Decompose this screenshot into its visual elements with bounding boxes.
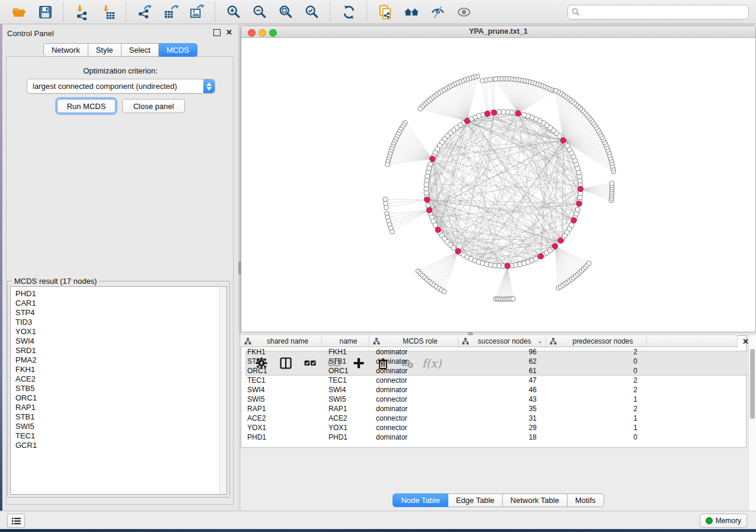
tab-select[interactable]: Select xyxy=(122,43,159,57)
graph-hub-node[interactable] xyxy=(492,110,497,115)
graph-leaf-node[interactable] xyxy=(586,261,591,265)
graph-hub-node[interactable] xyxy=(484,111,490,116)
zoom-in-icon[interactable] xyxy=(225,3,243,21)
hide-selected-icon[interactable] xyxy=(429,3,446,21)
column-header-shared-name[interactable]: shared name xyxy=(241,335,322,347)
graph-node[interactable] xyxy=(522,113,527,117)
mcds-result-item[interactable]: PHD1 xyxy=(15,289,37,299)
task-history-button[interactable] xyxy=(7,514,25,528)
mcds-result-item[interactable]: SWI5 xyxy=(15,422,37,431)
mcds-result-item[interactable]: STB1 xyxy=(15,412,37,422)
mcds-list-scrollbar[interactable] xyxy=(219,287,227,494)
graph-hub-node[interactable] xyxy=(505,263,510,268)
graph-hub-node[interactable] xyxy=(515,111,521,116)
table-row[interactable]: RAP1RAP1dominator352 xyxy=(241,404,647,414)
graph-hub-node[interactable] xyxy=(426,207,432,213)
table-row[interactable]: ORC1ORC1dominator610 xyxy=(241,366,647,376)
table-row[interactable]: TEC1TEC1connector472 xyxy=(241,376,647,385)
close-panel-button[interactable]: Close panel xyxy=(122,99,185,113)
tab-motifs[interactable]: Motifs xyxy=(567,493,604,507)
graph-hub-node[interactable] xyxy=(560,138,566,143)
graph-hub-node[interactable] xyxy=(558,238,563,243)
mcds-result-item[interactable]: CAR1 xyxy=(15,299,37,308)
graph-node[interactable] xyxy=(451,245,456,250)
mcds-result-item[interactable]: ORC1 xyxy=(15,393,37,403)
graph-leaf-node[interactable] xyxy=(442,289,446,294)
mcds-result-item[interactable]: STP4 xyxy=(15,308,37,318)
graph-hub-node[interactable] xyxy=(455,249,461,254)
table-row[interactable]: ACE2ACE2connector311 xyxy=(241,414,647,423)
graph-leaf-node[interactable] xyxy=(384,205,389,210)
tab-network[interactable]: Network xyxy=(43,43,88,57)
mcds-result-item[interactable]: TEC1 xyxy=(15,431,37,441)
graph-hub-node[interactable] xyxy=(538,254,543,259)
tab-node-table[interactable]: Node Table xyxy=(393,493,448,507)
export-table-icon[interactable] xyxy=(162,3,180,21)
graph-hub-node[interactable] xyxy=(571,217,576,223)
mcds-result-list[interactable]: PHD1CAR1STP4TID3YOX1SWI4SRD1PMA2FKH1ACE2… xyxy=(10,286,227,495)
zoom-fit-icon[interactable] xyxy=(277,3,295,21)
mcds-result-item[interactable]: YOX1 xyxy=(15,327,37,336)
network-window-titlebar[interactable]: YPA_prune.txt_1 xyxy=(241,26,755,38)
graph-leaf-node[interactable] xyxy=(385,162,390,167)
table-row[interactable]: PHD1PHD1dominator180 xyxy=(241,432,647,442)
table-row[interactable]: FKH1FKH1dominator962 xyxy=(241,347,647,357)
graph-leaf-node[interactable] xyxy=(487,77,492,82)
mcds-result-item[interactable]: SRD1 xyxy=(15,346,37,355)
network-graph-canvas[interactable] xyxy=(241,38,755,332)
export-network-icon[interactable] xyxy=(136,3,154,21)
table-row[interactable]: YOX1YOX1connector291 xyxy=(241,423,647,432)
show-all-icon[interactable] xyxy=(403,3,420,21)
optimization-criterion-select[interactable]: largest connected component (undirected) xyxy=(27,79,215,94)
column-header-name[interactable]: name xyxy=(322,335,369,347)
graph-hub-node[interactable] xyxy=(464,118,470,124)
mcds-result-item[interactable]: SWI4 xyxy=(15,336,37,346)
graph-hub-node[interactable] xyxy=(576,201,582,206)
graph-hub-node[interactable] xyxy=(430,156,435,162)
zoom-selected-icon[interactable] xyxy=(303,3,321,21)
run-mcds-button[interactable]: Run MCDS xyxy=(57,99,116,113)
graph-leaf-node[interactable] xyxy=(493,77,498,82)
column-header-predecessor-nodes[interactable]: predecessor nodes xyxy=(546,335,647,347)
graph-leaf-node[interactable] xyxy=(480,79,485,84)
mcds-result-item[interactable]: PMA2 xyxy=(15,355,37,365)
search-box[interactable] xyxy=(567,5,749,20)
mcds-result-item[interactable]: TID3 xyxy=(15,318,37,327)
graph-node[interactable] xyxy=(433,223,438,227)
graph-hub-node[interactable] xyxy=(578,186,583,191)
mcds-result-item[interactable]: FKH1 xyxy=(15,365,37,374)
mcds-result-item[interactable]: GCR1 xyxy=(15,441,37,450)
memory-button[interactable]: Memory xyxy=(700,514,747,528)
graph-leaf-node[interactable] xyxy=(610,181,614,186)
graph-leaf-node[interactable] xyxy=(418,107,423,111)
graph-node[interactable] xyxy=(569,223,574,227)
graph-node[interactable] xyxy=(533,257,538,261)
graph-hub-node[interactable] xyxy=(552,243,557,249)
import-network-icon[interactable] xyxy=(73,3,91,21)
column-header-successor-nodes[interactable]: successor nodes⌄ xyxy=(458,335,546,347)
graph-leaf-node[interactable] xyxy=(511,296,515,301)
save-session-icon[interactable] xyxy=(36,3,54,21)
import-table-icon[interactable] xyxy=(99,3,117,21)
column-header-MCDS-role[interactable]: MCDS role xyxy=(369,335,458,347)
search-input[interactable] xyxy=(583,7,745,17)
table-row[interactable]: SWI4SWI4dominator462 xyxy=(241,385,647,395)
clone-network-icon[interactable] xyxy=(377,3,394,21)
graph-hub-node[interactable] xyxy=(435,227,441,232)
graph-leaf-node[interactable] xyxy=(553,88,558,93)
mcds-result-item[interactable]: STB5 xyxy=(15,384,37,393)
mcds-result-item[interactable]: RAP1 xyxy=(15,403,37,412)
table-row[interactable]: STB1STB1dominator620 xyxy=(241,357,647,366)
open-file-icon[interactable] xyxy=(10,3,28,21)
close-panel-icon[interactable]: ✕ xyxy=(226,30,232,36)
float-panel-icon[interactable] xyxy=(213,29,221,36)
graph-leaf-node[interactable] xyxy=(390,229,394,234)
tab-edge-table[interactable]: Edge Table xyxy=(448,493,503,507)
mcds-result-item[interactable]: ACE2 xyxy=(15,374,37,384)
tab-mcds[interactable]: MCDS xyxy=(159,43,197,57)
graph-hub-node[interactable] xyxy=(425,197,430,202)
refresh-icon[interactable] xyxy=(340,3,358,21)
zoom-out-icon[interactable] xyxy=(251,3,269,21)
show-hidden-icon[interactable] xyxy=(455,3,473,21)
table-row[interactable]: SWI5SWI5connector431 xyxy=(241,395,647,404)
